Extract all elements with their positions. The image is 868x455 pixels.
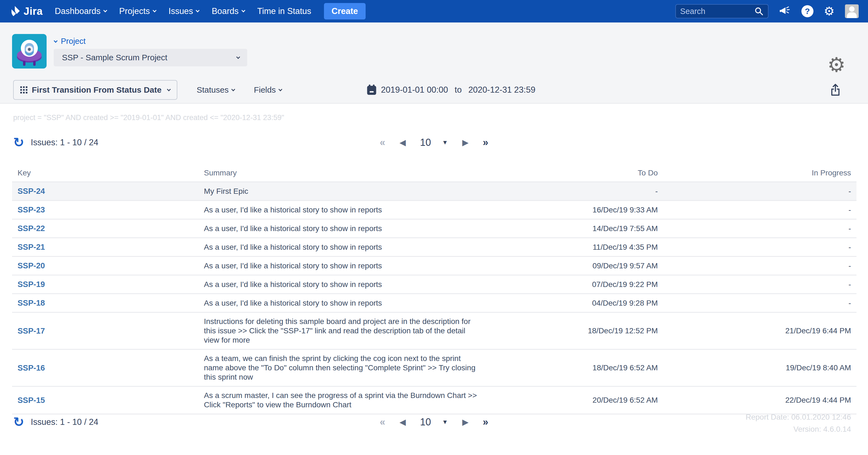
search-input[interactable] (680, 7, 751, 16)
inprogress-value: - (658, 299, 851, 308)
table-row: SSP-23 As a user, I'd like a historical … (12, 200, 857, 219)
chevron-down-icon (54, 39, 58, 42)
todo-value: 09/Dec/19 9:57 AM (493, 261, 658, 271)
issue-summary: As a user, I'd like a historical story t… (193, 205, 479, 215)
chevron-down-icon (242, 8, 245, 12)
announcement-icon[interactable] (779, 6, 791, 17)
issue-key-link[interactable]: SSP-19 (18, 280, 45, 289)
issue-summary: As a user, I'd like a historical story t… (193, 261, 479, 271)
inprogress-value: - (658, 224, 851, 233)
issue-key-link[interactable]: SSP-23 (18, 205, 45, 214)
issue-summary: As a user, I'd like a historical story t… (193, 299, 479, 308)
next-page-button[interactable]: ▶ (462, 139, 468, 147)
issues-count: Issues: 1 - 10 / 24 (31, 417, 98, 427)
todo-value: 07/Dec/19 9:22 PM (493, 280, 658, 289)
last-page-button[interactable]: » (483, 138, 488, 148)
todo-value: 11/Dec/19 4:35 PM (493, 243, 658, 252)
first-page-button[interactable]: « (380, 138, 385, 148)
caret-down-icon: ▼ (442, 419, 448, 426)
inprogress-value: - (658, 205, 851, 215)
create-button[interactable]: Create (324, 3, 366, 20)
chevron-down-icon (236, 55, 240, 59)
nav-menu: Dashboards Projects Issues Boards Time i… (55, 6, 311, 16)
issue-key-link[interactable]: SSP-16 (18, 363, 45, 372)
project-section-toggle[interactable]: Project (54, 37, 86, 46)
issue-summary: As a team, we can finish the sprint by c… (193, 354, 479, 382)
export-icon[interactable] (830, 83, 841, 97)
table-row: SSP-20 As a user, I'd like a historical … (12, 256, 857, 275)
issues-bar-bottom: ↻ Issues: 1 - 10 / 24 « ◀ 10 ▼ ▶ » (13, 414, 855, 430)
report-version: Version: 4.6.0.14 (745, 423, 851, 435)
table-row: SSP-22 As a user, I'd like a historical … (12, 219, 857, 237)
table-row: SSP-16 As a team, we can finish the spri… (12, 349, 857, 386)
issue-key-link[interactable]: SSP-20 (18, 261, 45, 270)
nav-item-boards[interactable]: Boards (212, 6, 245, 16)
nav-item-time-in-status[interactable]: Time in Status (257, 6, 311, 16)
report-header: Project SSP - Sample Scrum Project ⚙ Fir… (0, 23, 868, 103)
jql-query-text: project = "SSP" AND created >= "2019-01-… (13, 114, 284, 122)
caret-down-icon: ▼ (442, 139, 448, 146)
report-meta: Report Date: 06.01.2020 12:46 Version: 4… (745, 411, 851, 435)
top-navbar: Jira Dashboards Projects Issues Boards T… (0, 0, 868, 23)
user-avatar[interactable] (845, 4, 859, 18)
statuses-dropdown[interactable]: Statuses (196, 85, 235, 95)
column-header-summary: Summary (193, 169, 493, 177)
navbar-right: ? ⚙ (675, 4, 859, 18)
table-row: SSP-24 My First Epic - - (12, 181, 857, 200)
nav-item-issues[interactable]: Issues (168, 6, 199, 16)
chevron-down-icon (103, 8, 107, 12)
chevron-down-icon (231, 87, 235, 91)
table-header-row: Key Summary To Do In Progress (12, 164, 857, 181)
prev-page-button[interactable]: ◀ (400, 139, 406, 147)
nav-item-projects[interactable]: Projects (119, 6, 156, 16)
date-to-word: to (453, 85, 464, 95)
project-label: Project (61, 37, 86, 46)
date-to-field[interactable]: 2020-12-31 23:59 (468, 85, 535, 95)
issue-key-link[interactable]: SSP-21 (18, 243, 45, 251)
first-page-button[interactable]: « (380, 417, 385, 427)
inprogress-value: 21/Dec/19 6:44 PM (658, 326, 851, 335)
report-type-button[interactable]: First Transition From Status Date (13, 80, 177, 100)
chevron-down-icon (278, 87, 282, 91)
search-box[interactable] (675, 4, 769, 18)
issue-key-link[interactable]: SSP-15 (18, 396, 45, 404)
issues-bar-top: ↻ Issues: 1 - 10 / 24 « ◀ 10 ▼ ▶ » (13, 134, 855, 151)
todo-value: 20/Dec/19 6:52 AM (493, 396, 658, 405)
report-date: Report Date: 06.01.2020 12:46 (745, 411, 851, 423)
issue-key-link[interactable]: SSP-22 (18, 224, 45, 233)
inprogress-value: - (658, 280, 851, 289)
jira-logo-icon (8, 5, 21, 18)
issue-key-link[interactable]: SSP-17 (18, 327, 45, 335)
fields-dropdown[interactable]: Fields (254, 85, 282, 95)
issue-summary: As a user, I'd like a historical story t… (193, 224, 479, 233)
table-row: SSP-17 Instructions for deleting this sa… (12, 312, 857, 349)
issue-summary: As a user, I'd like a historical story t… (193, 243, 479, 252)
column-header-key: Key (18, 169, 193, 177)
page-size-dropdown[interactable]: 10 ▼ (420, 137, 448, 148)
prev-page-button[interactable]: ◀ (400, 418, 406, 426)
date-from-field[interactable]: 2019-01-01 00:00 (381, 85, 448, 95)
search-icon (754, 7, 764, 16)
gear-icon[interactable]: ⚙ (824, 5, 835, 17)
project-avatar (12, 34, 46, 68)
help-icon[interactable]: ? (801, 5, 813, 17)
page-size-dropdown[interactable]: 10 ▼ (420, 416, 448, 428)
table-row: SSP-21 As a user, I'd like a historical … (12, 237, 857, 256)
table-row: SSP-18 As a user, I'd like a historical … (12, 293, 857, 312)
next-page-button[interactable]: ▶ (462, 418, 468, 426)
todo-value: 04/Dec/19 9:28 PM (493, 299, 658, 308)
jira-logo[interactable]: Jira (8, 5, 43, 18)
last-page-button[interactable]: » (483, 417, 488, 427)
grid-icon (20, 86, 27, 93)
project-select[interactable]: SSP - Sample Scrum Project (54, 49, 247, 66)
brand-name: Jira (24, 5, 43, 17)
refresh-icon[interactable]: ↻ (13, 416, 24, 429)
nav-item-dashboards[interactable]: Dashboards (55, 6, 106, 16)
column-header-inprogress: In Progress (658, 169, 851, 177)
issues-table: Key Summary To Do In Progress SSP-24 My … (12, 164, 857, 415)
todo-value: 18/Dec/19 6:52 AM (493, 363, 658, 372)
refresh-icon[interactable]: ↻ (13, 136, 24, 149)
report-settings-gear-icon[interactable]: ⚙ (828, 55, 845, 75)
issue-key-link[interactable]: SSP-24 (18, 187, 45, 195)
issue-key-link[interactable]: SSP-18 (18, 299, 45, 307)
